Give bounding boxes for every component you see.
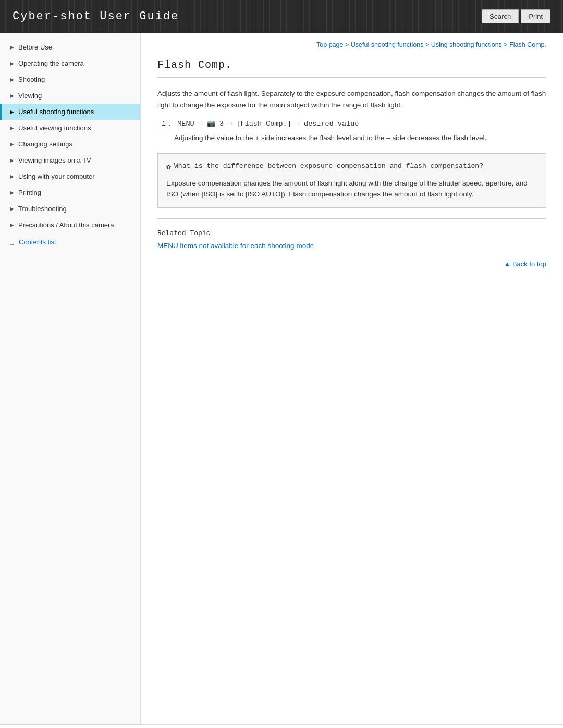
sidebar-item-troubleshooting[interactable]: ▶ Troubleshooting: [0, 201, 140, 217]
breadcrumb-sep1: >: [345, 41, 351, 48]
sidebar-item-printing[interactable]: ▶ Printing: [0, 184, 140, 201]
sidebar-item-label: Before Use: [18, 43, 52, 51]
sidebar-item-precautions[interactable]: ▶ Precautions / About this camera: [0, 217, 140, 233]
main-layout: ▶ Before Use ▶ Operating the camera ▶ Sh…: [0, 33, 563, 724]
sidebar-item-computer[interactable]: ▶ Using with your computer: [0, 168, 140, 184]
chevron-right-icon: ▶: [10, 141, 14, 147]
chevron-right-icon: ▶: [10, 77, 14, 82]
sidebar-item-label: Useful viewing functions: [18, 124, 91, 132]
chevron-right-icon: ▶: [10, 93, 14, 98]
chevron-right-icon: ▶: [10, 44, 14, 50]
breadcrumb-useful-shooting[interactable]: Useful shooting functions: [351, 41, 424, 48]
sidebar: ▶ Before Use ▶ Operating the camera ▶ Sh…: [0, 33, 141, 724]
tip-icon: ✿: [166, 161, 171, 174]
chevron-right-icon: ▶: [10, 109, 14, 115]
sidebar-item-label: Precautions / About this camera: [18, 221, 114, 229]
app-title: Cyber-shot User Guide: [13, 10, 179, 23]
sidebar-item-label: Troubleshooting: [18, 205, 67, 213]
divider: [157, 218, 546, 219]
sidebar-item-before-use[interactable]: ▶ Before Use: [0, 39, 140, 55]
contents-list-link[interactable]: Contents list: [0, 233, 140, 249]
step-list: 1． MENU → 📷 3 → [Flash Comp.] → desired …: [162, 119, 546, 144]
breadcrumb-flash-comp[interactable]: Flash Comp.: [509, 41, 546, 48]
page-title: Flash Comp.: [157, 59, 546, 78]
sidebar-item-label: Operating the camera: [18, 59, 84, 67]
header-buttons: Search Print: [482, 9, 550, 23]
search-button[interactable]: Search: [482, 9, 519, 23]
sidebar-item-label: Printing: [18, 189, 41, 196]
sidebar-item-shooting[interactable]: ▶ Shooting: [0, 71, 140, 88]
sidebar-item-useful-viewing[interactable]: ▶ Useful viewing functions: [0, 120, 140, 136]
chevron-right-icon: ▶: [10, 60, 14, 66]
chevron-right-icon: ▶: [10, 157, 14, 163]
intro-text: Adjusts the amount of flash light. Separ…: [157, 88, 546, 110]
content-area: Top page > Useful shooting functions > U…: [141, 33, 563, 724]
chevron-right-icon: ▶: [10, 206, 14, 212]
arrow-right-icon: [8, 240, 17, 244]
related-topic-label: Related Topic: [157, 229, 546, 237]
sidebar-item-label: Using with your computer: [18, 172, 95, 180]
camera-icon: 📷: [207, 119, 215, 128]
tip-body: Exposure compensation changes the amount…: [166, 178, 537, 200]
sidebar-item-label: Useful shooting functions: [18, 108, 94, 116]
breadcrumb-sep2: >: [425, 41, 431, 48]
sidebar-item-changing-settings[interactable]: ▶ Changing settings: [0, 136, 140, 152]
chevron-right-icon: ▶: [10, 190, 14, 195]
sidebar-item-label: Changing settings: [18, 140, 72, 148]
step-description: Adjusting the value to the + side increa…: [174, 132, 546, 144]
back-to-top[interactable]: ▲ Back to top: [157, 260, 546, 268]
print-button[interactable]: Print: [521, 9, 550, 23]
tip-title: ✿ What is the difference between exposur…: [166, 161, 537, 174]
related-topic-section: Related Topic MENU items not available f…: [157, 229, 546, 250]
contents-list-label: Contents list: [19, 238, 56, 246]
sidebar-item-label: Viewing images on a TV: [18, 156, 91, 164]
step-item: 1． MENU → 📷 3 → [Flash Comp.] → desired …: [162, 119, 546, 128]
related-link[interactable]: MENU items not available for each shooti…: [157, 242, 314, 250]
step-instruction: MENU → 📷 3 → [Flash Comp.] → desired val…: [177, 120, 359, 128]
breadcrumb: Top page > Useful shooting functions > U…: [157, 41, 546, 48]
tip-box: ✿ What is the difference between exposur…: [157, 153, 546, 208]
footer: Copyright 2013 Sony Corporation: [0, 724, 563, 728]
header: Cyber-shot User Guide Search Print: [0, 0, 563, 33]
chevron-right-icon: ▶: [10, 125, 14, 131]
sidebar-item-viewing[interactable]: ▶ Viewing: [0, 88, 140, 104]
sidebar-item-label: Viewing: [18, 92, 42, 100]
sidebar-item-operating[interactable]: ▶ Operating the camera: [0, 55, 140, 71]
sidebar-item-label: Shooting: [18, 76, 45, 83]
breadcrumb-sep3: >: [504, 41, 509, 48]
tip-title-text: What is the difference between exposure …: [174, 161, 483, 172]
sidebar-item-useful-shooting[interactable]: ▶ Useful shooting functions: [0, 104, 140, 120]
breadcrumb-top[interactable]: Top page: [316, 41, 343, 48]
sidebar-item-viewing-tv[interactable]: ▶ Viewing images on a TV: [0, 152, 140, 168]
breadcrumb-using-shooting[interactable]: Using shooting functions: [431, 41, 502, 48]
chevron-right-icon: ▶: [10, 222, 14, 228]
step-number: 1．: [162, 120, 173, 128]
chevron-right-icon: ▶: [10, 174, 14, 179]
